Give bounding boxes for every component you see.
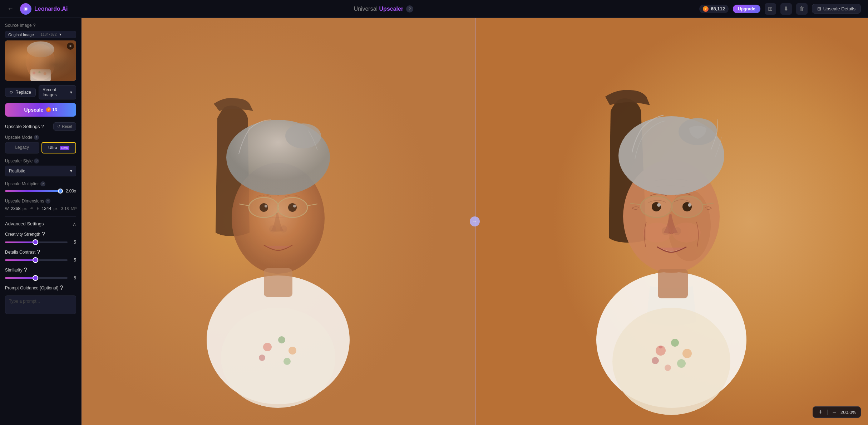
token-icon: ⚡ bbox=[703, 6, 709, 12]
help-icon[interactable]: ? bbox=[406, 5, 413, 13]
upscale-cost: ⚡ 13 bbox=[46, 107, 57, 112]
upscale-details-button[interactable]: ⊞ Upscale Details bbox=[812, 4, 861, 14]
prompt-input[interactable] bbox=[5, 295, 76, 314]
link-icon: ⚭ bbox=[30, 206, 34, 211]
zoom-controls: + | − 200.0% bbox=[813, 406, 861, 418]
svg-point-3 bbox=[26, 44, 55, 80]
multiplier-slider-row: 2.00x bbox=[5, 189, 76, 194]
source-image-thumbnail bbox=[5, 40, 76, 81]
topbar-center: Universal Upscaler ? bbox=[354, 5, 413, 13]
svg-point-40 bbox=[677, 359, 686, 368]
similarity-label-row: Similarity ? bbox=[5, 267, 76, 273]
canvas-area: ↔ + | − 200.0% bbox=[82, 18, 868, 425]
advanced-settings-section: Advanced Settings ∧ Creativity Strength … bbox=[5, 216, 76, 316]
multiplier-label: Upscale Multiplier ? bbox=[5, 181, 76, 186]
mode-ultra-button[interactable]: Ultra New bbox=[41, 142, 77, 153]
details-info-icon[interactable]: ? bbox=[37, 249, 40, 255]
zoom-value: 200.0% bbox=[840, 410, 856, 415]
svg-rect-33 bbox=[264, 268, 292, 297]
svg-point-28 bbox=[293, 205, 296, 207]
settings-info-icon[interactable]: ? bbox=[41, 124, 44, 129]
multiplier-thumb[interactable] bbox=[58, 189, 63, 194]
creativity-slider-container: 5 bbox=[5, 240, 76, 245]
dropdown-arrow: ▾ bbox=[59, 32, 61, 37]
upscale-button[interactable]: Upscale ⚡ 13 bbox=[5, 103, 76, 117]
source-image-info-icon[interactable]: ? bbox=[33, 23, 36, 28]
creativity-slider[interactable] bbox=[5, 241, 68, 243]
prompt-label: Prompt Guidance (Optional) bbox=[5, 285, 58, 290]
svg-point-27 bbox=[265, 205, 267, 207]
download-button[interactable]: ⬇ bbox=[780, 3, 792, 15]
details-label: Details Contrast bbox=[5, 250, 35, 255]
dim-w-unit: px bbox=[23, 206, 27, 211]
svg-rect-2 bbox=[5, 40, 76, 81]
mode-buttons: Legacy Ultra New bbox=[5, 142, 76, 153]
upscaler-style-label: Upscaler Style ? bbox=[5, 158, 76, 163]
svg-point-37 bbox=[671, 339, 679, 347]
sidebar: Source Image ? Original Image · 1184×672… bbox=[0, 18, 82, 425]
creativity-fill bbox=[5, 241, 36, 243]
similarity-value: 5 bbox=[70, 275, 76, 280]
close-button[interactable]: × bbox=[67, 43, 74, 50]
svg-point-15 bbox=[278, 336, 285, 343]
original-image-row: Original Image · 1184×672 ▾ bbox=[5, 31, 76, 38]
prompt-label-row: Prompt Guidance (Optional) ? bbox=[5, 285, 76, 291]
zoom-minus-button[interactable]: − bbox=[831, 409, 838, 415]
similarity-slider[interactable] bbox=[5, 277, 68, 279]
creativity-info-icon[interactable]: ? bbox=[42, 231, 45, 238]
upscale-mode-section: Upscale Mode ? Legacy Ultra New bbox=[5, 135, 76, 153]
svg-point-55 bbox=[662, 227, 670, 235]
upscale-mode-label: Upscale Mode ? bbox=[5, 135, 76, 140]
upgrade-button[interactable]: Upgrade bbox=[733, 5, 760, 13]
toolbar-icon-button[interactable]: ⊞ bbox=[765, 3, 776, 15]
details-value: 5 bbox=[70, 258, 76, 263]
details-label-row: Details Contrast ? bbox=[5, 249, 76, 255]
back-icon[interactable]: ← bbox=[7, 5, 14, 13]
svg-point-41 bbox=[665, 365, 671, 371]
mode-legacy-button[interactable]: Legacy bbox=[5, 142, 39, 153]
upscale-details-icon: ⊞ bbox=[817, 6, 821, 11]
topbar-right: ⚡ 68,112 Upgrade ⊞ ⬇ 🗑 ⊞ Upscale Details bbox=[699, 3, 861, 15]
dimensions-info-icon[interactable]: ? bbox=[45, 199, 50, 204]
replace-button[interactable]: ⟳ Replace bbox=[5, 88, 36, 97]
reset-button[interactable]: ↺ Reset bbox=[53, 122, 76, 131]
split-handle[interactable]: ↔ bbox=[470, 216, 480, 226]
creativity-label: Creativity Strength bbox=[5, 232, 40, 237]
svg-point-35 bbox=[612, 308, 730, 415]
svg-point-6 bbox=[33, 72, 35, 74]
details-slider[interactable] bbox=[5, 259, 68, 261]
details-contrast-section: Details Contrast ? 5 bbox=[5, 249, 76, 263]
svg-point-8 bbox=[44, 72, 46, 75]
dropdown-arrow-icon: ▾ bbox=[70, 90, 72, 95]
advanced-settings-header[interactable]: Advanced Settings ∧ bbox=[5, 221, 76, 227]
similarity-label: Similarity bbox=[5, 268, 23, 273]
svg-point-54 bbox=[688, 203, 691, 207]
prompt-info-icon[interactable]: ? bbox=[60, 285, 63, 291]
original-image-dropdown[interactable]: Original Image · 1184×672 ▾ bbox=[5, 31, 76, 38]
style-dropdown[interactable]: Realistic ▾ bbox=[5, 166, 76, 176]
svg-point-17 bbox=[259, 355, 265, 361]
new-badge: New bbox=[60, 146, 69, 150]
delete-button[interactable]: 🗑 bbox=[796, 3, 808, 15]
upscaler-style-info-icon[interactable]: ? bbox=[34, 158, 39, 163]
svg-point-14 bbox=[263, 343, 272, 351]
svg-point-1 bbox=[25, 8, 27, 10]
multiplier-slider[interactable] bbox=[5, 190, 60, 192]
svg-point-7 bbox=[38, 71, 40, 73]
replace-icon: ⟳ bbox=[10, 90, 13, 95]
dim-mp: 3.18 bbox=[61, 206, 69, 211]
zoom-plus-button[interactable]: + bbox=[817, 409, 824, 415]
recent-images-dropdown[interactable]: Recent Images ▾ bbox=[39, 85, 76, 99]
multiplier-section: Upscale Multiplier ? 2.00x bbox=[5, 181, 76, 194]
reset-icon: ↺ bbox=[57, 124, 60, 129]
dimensions-section: Upscale Dimensions ? W 2368 px ⚭ H 1344 … bbox=[5, 199, 76, 211]
token-badge: ⚡ 68,112 bbox=[699, 5, 729, 13]
main-layout: Source Image ? Original Image · 1184×672… bbox=[0, 18, 868, 425]
replace-row: ⟳ Replace Recent Images ▾ bbox=[5, 85, 76, 99]
similarity-info-icon[interactable]: ? bbox=[24, 267, 27, 273]
details-slider-container: 5 bbox=[5, 258, 76, 263]
dim-mp-unit: MP bbox=[71, 206, 77, 211]
upscale-mode-info-icon[interactable]: ? bbox=[34, 135, 39, 140]
dim-h-value: 1344 bbox=[42, 206, 51, 211]
multiplier-info-icon[interactable]: ? bbox=[40, 181, 45, 186]
